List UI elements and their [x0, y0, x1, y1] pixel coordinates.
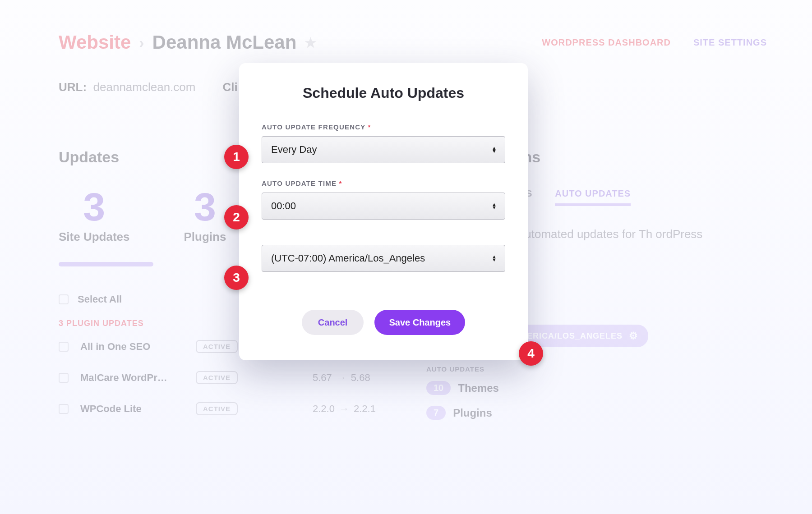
- time-value: 00:00: [271, 200, 296, 212]
- chevron-updown-icon: ▲▼: [492, 147, 497, 153]
- callout-4: 4: [519, 341, 543, 366]
- breadcrumb-root[interactable]: Website: [59, 32, 131, 53]
- select-all-label: Select All: [78, 294, 122, 305]
- stat-plugins[interactable]: 3 Plugins: [184, 184, 226, 244]
- frequency-value: Every Day: [271, 144, 317, 156]
- stat-site-updates[interactable]: 3 Site Updates: [59, 184, 130, 244]
- url-value: deannamclean.com: [93, 80, 196, 94]
- tab-auto-updates[interactable]: AUTO UPDATES: [555, 188, 631, 206]
- status-badge: ACTIVE: [196, 402, 238, 415]
- timezone-value: (UTC-07:00) America/Los_Angeles: [271, 252, 425, 264]
- frequency-label: AUTO UPDATE FREQUENCY *: [262, 123, 505, 131]
- site-settings-link[interactable]: SITE SETTINGS: [693, 37, 767, 48]
- timezone-select[interactable]: (UTC-07:00) America/Los_Angeles ▲▼: [262, 245, 505, 272]
- breadcrumb: Website › Deanna McLean ★: [59, 32, 317, 53]
- callout-2: 2: [224, 205, 249, 229]
- frequency-select[interactable]: Every Day ▲▼: [262, 136, 505, 163]
- select-all-checkbox[interactable]: [59, 294, 69, 304]
- schedule-auto-updates-modal: Schedule Auto Updates AUTO UPDATE FREQUE…: [239, 63, 528, 360]
- callout-3: 3: [224, 266, 249, 290]
- arrow-right-icon: →: [339, 403, 349, 415]
- url-label: URL:: [59, 80, 87, 94]
- status-badge: ACTIVE: [196, 340, 238, 353]
- modal-title: Schedule Auto Updates: [262, 85, 505, 101]
- gear-icon: ⚙: [629, 330, 638, 342]
- chevron-right-icon: ›: [139, 34, 144, 51]
- auto-updates-sidehead: AUTO UPDATES: [426, 365, 767, 373]
- wordpress-dashboard-link[interactable]: WORDPRESS DASHBOARD: [542, 37, 671, 48]
- callout-1: 1: [224, 145, 249, 169]
- tab-indicator: [59, 262, 153, 266]
- time-select[interactable]: 00:00 ▲▼: [262, 193, 505, 220]
- cancel-button[interactable]: Cancel: [302, 310, 364, 335]
- chevron-updown-icon: ▲▼: [492, 255, 497, 262]
- list-item[interactable]: MalCare WordPr… ACTIVE 5.67→5.68: [59, 371, 399, 384]
- row-checkbox[interactable]: [59, 342, 69, 352]
- breadcrumb-site: Deanna McLean: [152, 32, 297, 53]
- client-label: Cli: [222, 80, 237, 94]
- chevron-updown-icon: ▲▼: [492, 203, 497, 209]
- status-badge: ACTIVE: [196, 371, 238, 384]
- list-item[interactable]: WPCode Lite ACTIVE 2.2.0→2.2.1: [59, 402, 399, 415]
- row-checkbox[interactable]: [59, 404, 69, 414]
- star-icon[interactable]: ★: [304, 35, 317, 50]
- row-checkbox[interactable]: [59, 373, 69, 383]
- save-changes-button[interactable]: Save Changes: [374, 310, 465, 335]
- side-item-plugins[interactable]: 7 Plugins: [426, 406, 767, 420]
- time-label: AUTO UPDATE TIME *: [262, 179, 505, 187]
- arrow-right-icon: →: [337, 372, 346, 384]
- side-item-themes[interactable]: 10 Themes: [426, 381, 767, 395]
